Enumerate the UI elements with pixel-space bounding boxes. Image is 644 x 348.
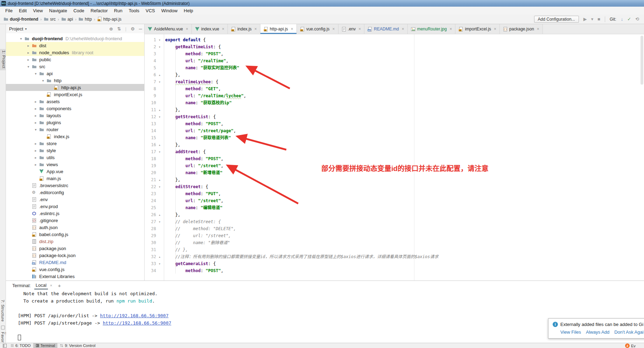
breadcrumb-http-api.js[interactable]: JShttp-api.js bbox=[97, 17, 121, 22]
close-icon[interactable]: × bbox=[186, 27, 188, 31]
tab-README.md[interactable]: MDREADME.md× bbox=[364, 24, 407, 34]
breadcrumb-api[interactable]: api bbox=[61, 17, 73, 22]
tab-menuRouter.jpg[interactable]: menuRouter.jpg× bbox=[408, 24, 456, 34]
tab-.env[interactable]: .env× bbox=[338, 24, 365, 34]
chevron-right-icon[interactable]: ▸ bbox=[32, 100, 39, 104]
menu-edit[interactable]: Edit bbox=[16, 7, 30, 14]
tree-item-dist[interactable]: ▸dist bbox=[6, 42, 144, 49]
tree-item-babel.config.js[interactable]: JSbabel.config.js bbox=[6, 231, 144, 238]
chevron-right-icon[interactable]: ▸ bbox=[32, 121, 39, 125]
close-icon[interactable]: × bbox=[254, 27, 257, 31]
tree-item-.eslintrc.js[interactable]: .eslintrc.js bbox=[6, 210, 144, 217]
chevron-down-icon[interactable]: ▾ bbox=[18, 37, 24, 41]
menu-code[interactable]: Code bbox=[70, 7, 88, 14]
locate-icon[interactable]: ⊕ bbox=[109, 26, 113, 31]
stop-icon[interactable]: ■ bbox=[597, 17, 600, 21]
menu-help[interactable]: Help bbox=[181, 7, 196, 14]
tree-item-views[interactable]: ▸views bbox=[6, 161, 144, 168]
tree-item-.editorconfig[interactable]: ⚙.editorconfig bbox=[6, 189, 144, 196]
tree-item-api[interactable]: ▾api bbox=[6, 70, 144, 77]
close-icon[interactable]: × bbox=[449, 27, 452, 31]
editor-scrollbar[interactable] bbox=[640, 36, 643, 85]
tree-item-router[interactable]: ▾router bbox=[6, 126, 144, 133]
tree-item-public[interactable]: ▸public bbox=[6, 56, 144, 63]
tree-item-README.md[interactable]: MDREADME.md bbox=[6, 259, 144, 266]
run-more-icon[interactable]: ▾ bbox=[591, 17, 594, 21]
tab-importExcel.js[interactable]: JSimportExcel.js× bbox=[455, 24, 500, 34]
tree-item-components[interactable]: ▸components bbox=[6, 105, 144, 112]
menu-run[interactable]: Run bbox=[111, 7, 126, 14]
chevron-down-icon[interactable]: ▾ bbox=[32, 128, 39, 132]
tree-item-importExcel.js[interactable]: JSimportExcel.js bbox=[6, 91, 144, 98]
notification-link-always-add[interactable]: Always Add bbox=[586, 329, 609, 335]
new-terminal-icon[interactable]: + bbox=[58, 283, 61, 289]
close-icon[interactable]: × bbox=[494, 27, 496, 31]
chevron-down-icon[interactable]: ▾ bbox=[40, 79, 47, 83]
tab-vue.config.js[interactable]: JSvue.config.js× bbox=[297, 24, 338, 34]
chevron-right-icon[interactable]: ▸ bbox=[32, 114, 39, 118]
tree-item-assets[interactable]: ▸assets bbox=[6, 98, 144, 105]
tree-item-http-api.js[interactable]: JShttp-api.js bbox=[6, 84, 144, 91]
tree-item-utils[interactable]: ▸utils bbox=[6, 154, 144, 161]
run-icon[interactable]: ▶ bbox=[583, 17, 587, 21]
tree-item-auth.json[interactable]: {}auth.json bbox=[6, 224, 144, 231]
chevron-right-icon[interactable]: ▸ bbox=[32, 156, 39, 159]
tab-index.vue[interactable]: index.vue× bbox=[192, 24, 228, 34]
collapse-all-icon[interactable]: ⇅ bbox=[117, 26, 121, 31]
tree-item-style[interactable]: ▸style bbox=[6, 147, 144, 154]
tree-item-src[interactable]: ▾src bbox=[6, 63, 144, 70]
chevron-right-icon[interactable]: ▸ bbox=[32, 142, 39, 145]
terminal-tab-local[interactable]: Local bbox=[34, 282, 48, 290]
tab-AsideMenu.vue[interactable]: AsideMenu.vue× bbox=[145, 24, 192, 34]
chevron-right-icon[interactable]: ▸ bbox=[25, 58, 32, 62]
menu-refactor[interactable]: Refactor bbox=[88, 7, 111, 14]
tree-item-duoji-frontend[interactable]: ▾duoji-frontendD:\zheheWeb\duoji-fronten… bbox=[6, 35, 144, 42]
tree-item-node_modules[interactable]: ▸node_moduleslibrary root bbox=[6, 49, 144, 56]
tree-item-store[interactable]: ▸store bbox=[6, 140, 144, 147]
close-icon[interactable]: × bbox=[358, 27, 361, 31]
tree-item-index.js[interactable]: JSindex.js bbox=[6, 133, 144, 140]
event-log[interactable]: 2 Ev bbox=[625, 343, 636, 348]
menu-file[interactable]: File bbox=[2, 7, 16, 14]
tab-package.json[interactable]: {}package.json× bbox=[500, 24, 543, 34]
chevron-right-icon[interactable]: ▸ bbox=[32, 149, 39, 152]
chevron-right-icon[interactable]: ▸ bbox=[32, 163, 39, 166]
tree-item-External Libraries[interactable]: External Libraries bbox=[6, 273, 144, 280]
tool-window-button-structure[interactable]: 7: Structure bbox=[1, 300, 5, 322]
notification-link-view-files[interactable]: View Files bbox=[560, 329, 581, 335]
tree-item-.browserslistrc[interactable]: .browserslistrc bbox=[6, 182, 144, 189]
tree-item-App.vue[interactable]: App.vue bbox=[6, 168, 144, 175]
tool-window-button-project[interactable]: 1: Project bbox=[0, 49, 6, 70]
tree-item-vue.config.js[interactable]: JSvue.config.js bbox=[6, 266, 144, 273]
notification-link-don-t-ask-agai[interactable]: Don't Ask Agai bbox=[614, 329, 643, 335]
tree-item-.env.prod[interactable]: .env.prod bbox=[6, 203, 144, 210]
close-icon[interactable]: × bbox=[332, 27, 335, 31]
vcs-update-icon[interactable]: ↓ bbox=[621, 17, 623, 21]
menu-navigate[interactable]: Navigate bbox=[46, 7, 70, 14]
menu-tools[interactable]: Tools bbox=[126, 7, 142, 14]
tool-window-switcher-icon[interactable] bbox=[1, 343, 8, 348]
tree-item-main.js[interactable]: JSmain.js bbox=[6, 175, 144, 182]
hide-panel-icon[interactable]: ─ bbox=[139, 26, 142, 31]
tree-item-http[interactable]: ▾http bbox=[6, 77, 144, 84]
vcs-commit-icon[interactable]: ✓ bbox=[627, 17, 631, 21]
breadcrumb-src[interactable]: src bbox=[44, 17, 56, 22]
tab-index.js[interactable]: JSindex.js× bbox=[228, 24, 260, 34]
editor[interactable]: 1▾2▾3456▴7▾891011▴12▾13141516▴17▾1819202… bbox=[145, 34, 644, 280]
tree-item-.env[interactable]: .env bbox=[6, 196, 144, 203]
tree-item-plugins[interactable]: ▸plugins bbox=[6, 119, 144, 126]
settings-icon[interactable]: ⚙ bbox=[131, 26, 135, 31]
tree-item-dist.zip[interactable]: dist.zip bbox=[6, 238, 144, 245]
project-panel-header[interactable]: Project ▾ ⊕⇅|⚙─ bbox=[6, 24, 144, 33]
terminal-link[interactable]: http://192.168.66.56:9007 bbox=[100, 313, 169, 318]
tree-item-package-lock.json[interactable]: {}package-lock.json bbox=[6, 252, 144, 259]
chevron-down-icon[interactable]: ▾ bbox=[25, 65, 32, 69]
close-icon[interactable]: × bbox=[402, 27, 404, 31]
terminal-link[interactable]: http://192.168.66.56:9007 bbox=[103, 320, 172, 326]
statusbar-item-terminal[interactable]: Terminal bbox=[33, 343, 58, 348]
close-icon[interactable]: × bbox=[50, 283, 52, 287]
tree-item-package.json[interactable]: {}package.json bbox=[6, 245, 144, 252]
tree-item-.gitignore[interactable]: .gitignore bbox=[6, 217, 144, 224]
close-icon[interactable]: × bbox=[222, 27, 224, 31]
statusbar-item-9-version-control[interactable]: 9: Version Control bbox=[57, 343, 98, 348]
